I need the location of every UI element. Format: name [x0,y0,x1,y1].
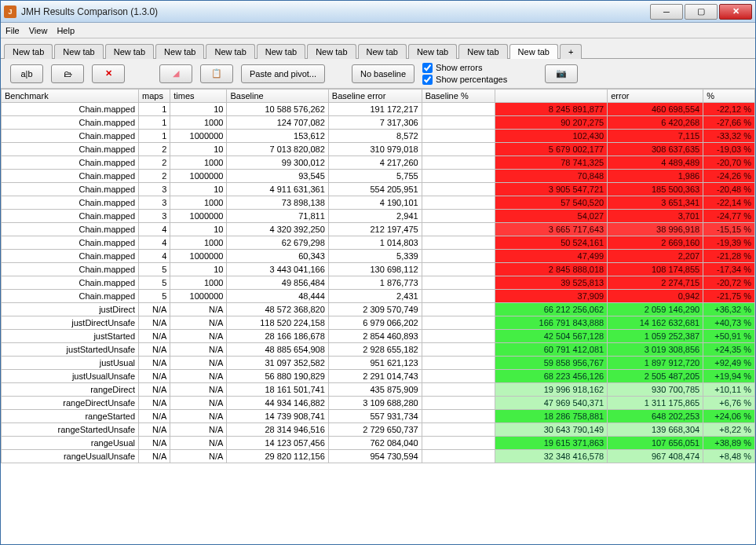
minimize-button[interactable]: ─ [650,4,683,20]
table-row[interactable]: Chain.mapped11000000153,6128,572102,4307… [2,130,755,143]
erase-button[interactable]: ◢ [159,64,192,83]
col-header-7[interactable]: error [608,90,703,103]
paste-button[interactable]: 📋 [200,64,233,83]
cell-pct: -22,14 % [703,196,755,210]
table-row[interactable]: Chain.mapped5100049 856,4841 876,77339 5… [2,276,755,290]
table-row[interactable]: Chain.mapped3100000071,8112,94154,0273,7… [2,210,755,223]
table-row[interactable]: Chain.mapped11010 588 576,262191 172,217… [2,103,755,116]
cell-bpct [422,383,495,397]
col-header-5[interactable]: Baseline % [422,90,495,103]
cell-bpct [422,410,495,423]
tab-6[interactable]: New tab [307,44,356,59]
col-header-1[interactable]: maps [139,90,170,103]
screenshot-button[interactable]: 📷 [545,64,578,83]
cell-pct: +40,73 % [703,316,755,330]
cell-val: 32 348 416,578 [495,450,607,463]
table-row[interactable]: Chain.mapped5103 443 041,166130 698,1122… [2,263,755,276]
tab-add[interactable]: + [560,44,582,59]
cell-times: 10 [170,223,227,236]
col-header-0[interactable]: Benchmark [2,90,139,103]
cell-pct: +50,91 % [703,330,755,343]
tab-3[interactable]: New tab [155,44,204,59]
open-button[interactable]: 🗁 [51,64,84,83]
table-row[interactable]: justUsualUnsafeN/AN/A56 880 190,8292 291… [2,370,755,383]
cell-name: Chain.mapped [2,130,139,143]
tab-0[interactable]: New tab [4,44,53,59]
table-row[interactable]: Chain.mapped4100000060,3435,33947,4992,2… [2,250,755,263]
tab-7[interactable]: New tab [358,44,407,59]
show-errors-checkbox[interactable]: Show errors [422,63,507,73]
cell-bpct [422,276,495,290]
no-baseline-button[interactable]: No baseline [352,64,415,83]
cell-berr: 762 084,040 [328,437,422,450]
cell-bpct [422,143,495,156]
tab-10[interactable]: New tab [509,44,558,59]
table-row[interactable]: rangeDirectUnsafeN/AN/A44 934 146,8823 1… [2,397,755,410]
table-row[interactable]: Chain.mapped2100099 300,0124 217,26078 7… [2,156,755,170]
table-container[interactable]: BenchmarkmapstimesBaselineBaseline error… [1,89,755,544]
table-row[interactable]: justStartedN/AN/A28 166 186,6782 854 460… [2,330,755,343]
cell-err: 460 698,554 [608,103,703,116]
window-title: JMH Results Comparison (1.3.0) [21,6,650,17]
cell-times: 1000 [170,116,227,130]
cell-val: 3 665 717,643 [495,223,607,236]
table-row[interactable]: rangeUsualUnsafeN/AN/A29 820 112,156954 … [2,450,755,463]
cell-berr: 5,339 [328,250,422,263]
cell-times: N/A [170,410,227,423]
cell-bpct [422,210,495,223]
cell-pct: -20,72 % [703,276,755,290]
tab-5[interactable]: New tab [257,44,305,59]
table-row[interactable]: justDirectN/AN/A48 572 368,8202 309 570,… [2,303,755,316]
cell-name: Chain.mapped [2,290,139,303]
table-row[interactable]: Chain.mapped3104 911 631,361554 205,9513… [2,183,755,196]
table-row[interactable]: rangeStartedN/AN/A14 739 908,741557 931,… [2,410,755,423]
cell-baseline: 7 013 820,082 [227,143,328,156]
menu-file[interactable]: File [5,26,20,35]
table-row[interactable]: rangeDirectN/AN/A18 161 501,741435 875,9… [2,383,755,397]
menu-help[interactable]: Help [57,26,75,35]
cell-name: Chain.mapped [2,210,139,223]
cell-berr: 7 317,306 [328,116,422,130]
col-header-2[interactable]: times [170,90,227,103]
tab-8[interactable]: New tab [408,44,457,59]
cell-baseline: 99 300,012 [227,156,328,170]
table-row[interactable]: justStartedUnsafeN/AN/A48 885 654,9082 9… [2,343,755,357]
cell-maps: N/A [139,370,170,383]
table-row[interactable]: Chain.mapped3100073 898,1384 190,10157 5… [2,196,755,210]
cell-bpct [422,263,495,276]
table-row[interactable]: Chain.mapped2100000093,5455,75570,8481,9… [2,170,755,183]
table-row[interactable]: justUsualN/AN/A31 097 352,582951 621,123… [2,357,755,370]
col-header-8[interactable]: % [703,90,755,103]
cell-err: 6 420,268 [608,116,703,130]
table-row[interactable]: Chain.mapped4104 320 392,250212 197,4753… [2,223,755,236]
table-row[interactable]: rangeUsualN/AN/A14 123 057,456762 084,04… [2,437,755,450]
cell-baseline: 4 911 631,361 [227,183,328,196]
tab-4[interactable]: New tab [206,44,254,59]
delete-button[interactable]: ✕ [92,64,125,83]
tab-2[interactable]: New tab [105,44,154,59]
cell-err: 3 651,341 [608,196,703,210]
menu-view[interactable]: View [29,26,48,35]
col-header-4[interactable]: Baseline error [328,90,422,103]
paste-pivot-button[interactable]: Paste and pivot... [241,64,325,83]
table-row[interactable]: Chain.mapped5100000048,4442,43137,9090,9… [2,290,755,303]
table-row[interactable]: Chain.mapped2107 013 820,082310 979,0185… [2,143,755,156]
table-row[interactable]: rangeStartedUnsafeN/AN/A28 314 946,5162 … [2,423,755,437]
cell-berr: 557 931,734 [328,410,422,423]
cell-pct: -24,77 % [703,210,755,223]
maximize-button[interactable]: ▢ [685,4,718,20]
compare-button[interactable]: a|b [10,64,43,83]
col-header-3[interactable]: Baseline [227,90,328,103]
col-header-6[interactable] [495,90,607,103]
table-row[interactable]: justDirectUnsafeN/AN/A118 520 224,1586 9… [2,316,755,330]
cell-pct: -19,03 % [703,143,755,156]
tab-1[interactable]: New tab [54,44,103,59]
cell-bpct [422,357,495,370]
table-row[interactable]: Chain.mapped11000124 707,0827 317,30690 … [2,116,755,130]
cell-name: Chain.mapped [2,263,139,276]
cell-times: N/A [170,370,227,383]
close-button[interactable]: ✕ [719,4,752,20]
table-row[interactable]: Chain.mapped4100062 679,2981 014,80350 5… [2,236,755,250]
tab-9[interactable]: New tab [458,44,507,59]
show-percentages-checkbox[interactable]: Show percentages [422,75,507,85]
